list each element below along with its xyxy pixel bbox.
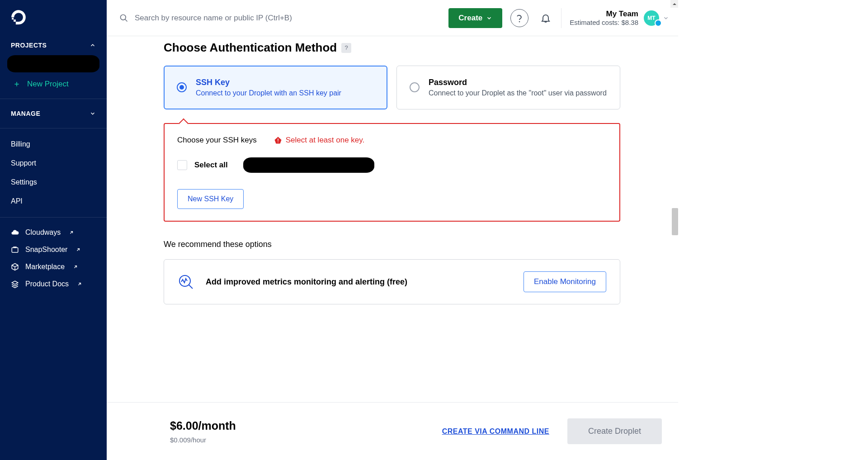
search-icon xyxy=(119,14,128,23)
create-via-cli-link[interactable]: CREATE VIA COMMAND LINE xyxy=(442,427,549,436)
sidebar-item-support[interactable]: Support xyxy=(0,154,107,173)
team-costs: Estimated costs: $8.38 xyxy=(570,19,638,26)
help-button[interactable] xyxy=(510,9,528,27)
topbar: Create My Team Estimated costs: $8.38 MT xyxy=(107,0,678,36)
ssh-keys-box: Choose your SSH keys Select at least one… xyxy=(164,123,620,222)
password-desc: Connect to your Droplet as the "root" us… xyxy=(429,89,607,97)
price-hourly: $0.009/hour xyxy=(170,436,236,444)
sidebar-item-product-docs[interactable]: Product Docs xyxy=(0,275,107,293)
auth-option-password[interactable]: Password Connect to your Droplet as the … xyxy=(396,66,620,109)
select-all-checkbox[interactable] xyxy=(177,160,187,170)
svg-rect-1 xyxy=(14,19,16,22)
marketplace-label: Marketplace xyxy=(25,263,65,271)
product-docs-label: Product Docs xyxy=(25,280,69,288)
recommend-heading: We recommend these options xyxy=(164,240,620,249)
team-name: My Team xyxy=(570,9,638,19)
new-ssh-key-button[interactable]: New SSH Key xyxy=(177,189,244,209)
footer-bar: $6.00/month $0.009/hour CREATE VIA COMMA… xyxy=(107,402,678,460)
project-name-redacted[interactable] xyxy=(7,55,99,72)
content-scroll[interactable]: Choose Authentication Method ? SSH Key C… xyxy=(107,36,678,460)
new-project-button[interactable]: New Project xyxy=(0,75,107,99)
box-arrow xyxy=(179,119,189,129)
svg-point-5 xyxy=(121,14,126,20)
divider xyxy=(0,99,107,99)
avatar[interactable]: MT xyxy=(644,10,659,26)
digitalocean-logo-icon xyxy=(11,10,26,25)
main-area: Create My Team Estimated costs: $8.38 MT… xyxy=(107,0,678,460)
monitoring-icon xyxy=(178,274,194,290)
ssh-title: SSH Key xyxy=(196,78,341,87)
price-monthly: $6.00/month xyxy=(170,419,236,432)
projects-label: PROJECTS xyxy=(11,42,47,49)
svg-rect-0 xyxy=(16,22,19,24)
manage-section-toggle[interactable]: MANAGE xyxy=(0,104,107,123)
projects-section-toggle[interactable]: PROJECTS xyxy=(0,35,107,55)
external-link-icon xyxy=(69,230,74,235)
error-message: Select at least one key. xyxy=(274,136,365,145)
snapshot-icon xyxy=(11,246,19,254)
monitoring-title: Add improved metrics monitoring and aler… xyxy=(206,277,512,287)
auth-options: SSH Key Connect to your Droplet with an … xyxy=(164,66,620,109)
logo-wrap xyxy=(0,0,107,35)
chevron-down-icon xyxy=(486,15,492,21)
cube-icon xyxy=(11,263,19,271)
external-link-icon xyxy=(75,247,81,252)
cloud-icon xyxy=(11,228,19,237)
notifications-button[interactable] xyxy=(537,9,555,27)
help-badge[interactable]: ? xyxy=(341,43,351,53)
divider xyxy=(561,8,561,28)
sidebar-item-cloudways[interactable]: Cloudways xyxy=(0,224,107,241)
avatar-initials: MT xyxy=(647,15,655,21)
ssh-key-redacted[interactable] xyxy=(243,157,374,173)
auth-method-heading: Choose Authentication Method xyxy=(164,41,337,55)
radio-ssh[interactable] xyxy=(177,82,187,92)
create-label: Create xyxy=(458,14,482,23)
svg-rect-3 xyxy=(12,248,18,253)
question-icon xyxy=(516,14,523,23)
svg-rect-4 xyxy=(13,247,17,248)
chevron-down-icon xyxy=(90,110,96,117)
svg-rect-7 xyxy=(278,138,278,141)
snapshooter-label: SnapShooter xyxy=(25,246,67,254)
avatar-badge-icon xyxy=(655,19,662,27)
team-block[interactable]: My Team Estimated costs: $8.38 xyxy=(570,9,638,26)
search-wrap xyxy=(119,14,448,23)
auth-option-ssh[interactable]: SSH Key Connect to your Droplet with an … xyxy=(164,66,387,109)
sidebar-item-snapshooter[interactable]: SnapShooter xyxy=(0,241,107,258)
svg-rect-2 xyxy=(12,18,14,19)
recommend-monitoring-card: Add improved metrics monitoring and aler… xyxy=(164,259,620,304)
sidebar-item-marketplace[interactable]: Marketplace xyxy=(0,258,107,275)
password-title: Password xyxy=(429,78,607,87)
svg-point-6 xyxy=(519,21,520,22)
cloudways-label: Cloudways xyxy=(25,228,61,237)
enable-monitoring-button[interactable]: Enable Monitoring xyxy=(524,271,606,292)
new-project-label: New Project xyxy=(27,80,69,89)
sidebar-item-settings[interactable]: Settings xyxy=(0,173,107,192)
plus-icon xyxy=(14,81,20,87)
chevron-up-icon xyxy=(90,42,96,48)
create-droplet-button[interactable]: Create Droplet xyxy=(567,418,662,444)
ssh-keys-title: Choose your SSH keys xyxy=(177,136,257,145)
sidebar: PROJECTS New Project MANAGE Billing Supp… xyxy=(0,0,107,460)
ssh-desc: Connect to your Droplet with an SSH key … xyxy=(196,89,341,97)
bell-icon xyxy=(540,13,551,24)
external-link-icon xyxy=(73,264,78,270)
chevron-down-icon[interactable] xyxy=(663,15,669,21)
scroll-up-button[interactable] xyxy=(670,0,678,8)
manage-label: MANAGE xyxy=(11,110,40,117)
search-input[interactable] xyxy=(135,14,448,23)
error-text: Select at least one key. xyxy=(286,136,365,145)
external-link-icon xyxy=(77,281,82,287)
create-button[interactable]: Create xyxy=(448,8,502,28)
sidebar-item-api[interactable]: API xyxy=(0,192,107,211)
select-all-label: Select all xyxy=(194,161,228,170)
svg-rect-8 xyxy=(278,142,278,142)
scrollbar-thumb[interactable] xyxy=(672,208,678,235)
radio-password[interactable] xyxy=(410,82,420,92)
sidebar-item-billing[interactable]: Billing xyxy=(0,135,107,154)
layers-icon xyxy=(11,280,19,288)
error-icon xyxy=(274,136,282,144)
section-title: Choose Authentication Method ? xyxy=(164,41,620,55)
